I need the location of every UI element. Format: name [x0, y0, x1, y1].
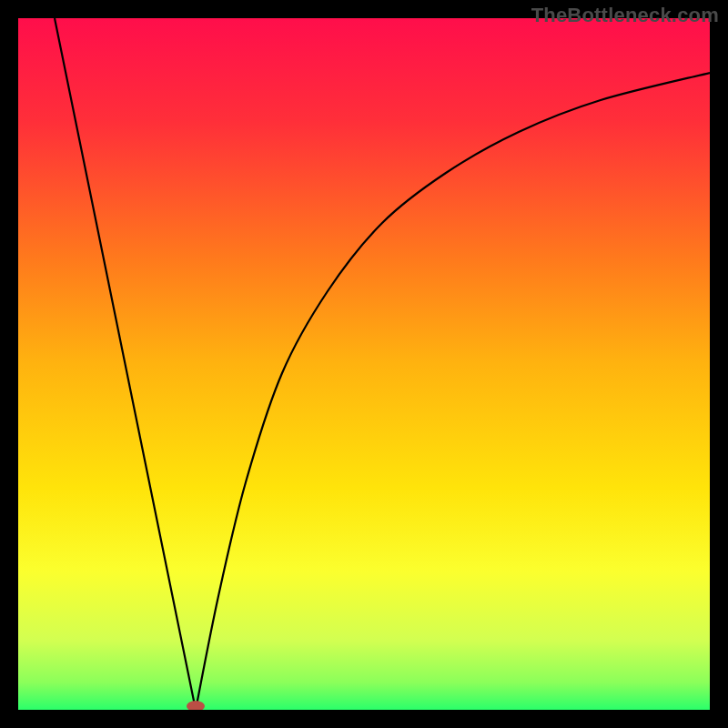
watermark-text: TheBottleneck.com [531, 4, 719, 27]
vertex-marker [187, 701, 205, 712]
chart-frame: TheBottleneck.com [0, 0, 728, 728]
chart-svg [0, 0, 728, 728]
plot-background [18, 18, 710, 710]
